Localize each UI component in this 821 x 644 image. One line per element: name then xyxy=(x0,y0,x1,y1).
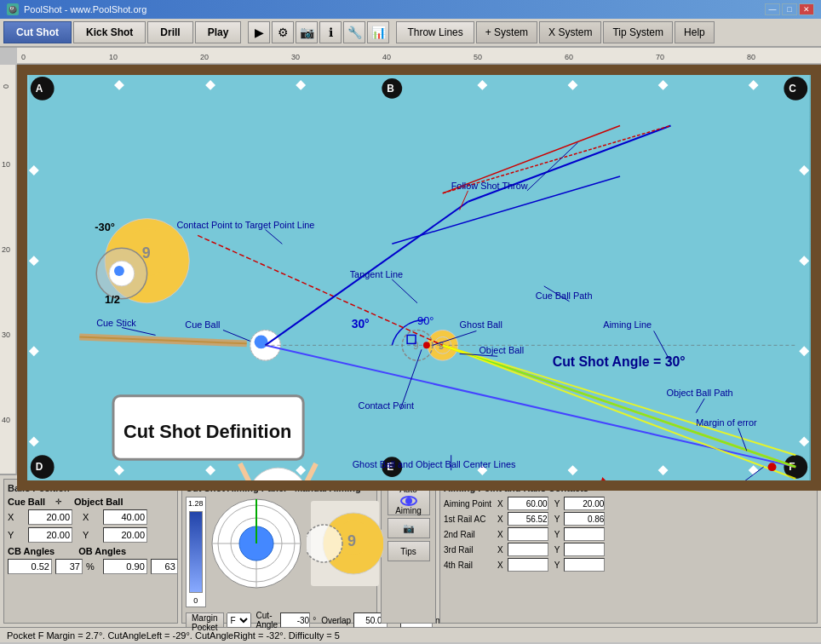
rail2-x-label: X xyxy=(497,530,503,539)
chart-icon-btn[interactable]: 📊 xyxy=(367,21,389,43)
ob-angle1-input[interactable] xyxy=(103,559,147,574)
ap-x-input[interactable] xyxy=(508,497,548,510)
settings-icon-btn[interactable]: ⚙ xyxy=(272,21,294,43)
svg-text:Aiming Line: Aiming Line xyxy=(603,320,652,331)
svg-marker-31 xyxy=(658,465,669,475)
gear-icon-btn[interactable]: 🔧 xyxy=(343,21,365,43)
close-button[interactable]: ✕ xyxy=(799,3,814,15)
svg-point-62 xyxy=(434,336,451,354)
rail4-y-input[interactable] xyxy=(564,558,605,572)
aiming-panel: Cut Shot Aiming Panel - Manual Aiming 1.… xyxy=(181,479,377,624)
svg-marker-33 xyxy=(29,165,39,175)
svg-point-73 xyxy=(114,266,124,276)
svg-text:40: 40 xyxy=(2,416,10,424)
svg-marker-39 xyxy=(799,346,809,356)
cb-angle1-input[interactable] xyxy=(8,559,52,574)
tab-play[interactable]: Play xyxy=(195,21,242,43)
svg-marker-35 xyxy=(29,346,39,356)
tab-x-system[interactable]: X System xyxy=(539,21,601,43)
camera-icon-btn[interactable]: 📷 xyxy=(296,21,318,43)
rail3-x-input[interactable] xyxy=(508,543,548,556)
svg-text:Ghost Ball: Ghost Ball xyxy=(460,320,502,331)
cb-angle2-input[interactable] xyxy=(55,559,83,574)
svg-rect-127 xyxy=(113,396,303,459)
svg-line-86 xyxy=(443,126,671,193)
svg-point-90 xyxy=(768,463,777,471)
svg-line-67 xyxy=(79,336,246,343)
ball-contact-view: 9 xyxy=(307,497,383,590)
minimize-button[interactable]: — xyxy=(765,3,780,15)
svg-line-89 xyxy=(443,345,796,479)
gauge-top-value: 1.28 xyxy=(188,499,204,508)
svg-point-61 xyxy=(434,332,451,349)
svg-point-64 xyxy=(402,330,433,360)
overlap-label: Overlap xyxy=(321,616,351,625)
tab-drill[interactable]: Drill xyxy=(147,21,192,43)
margin-pocket-btn[interactable]: Margin Pocket xyxy=(186,612,224,628)
svg-line-114 xyxy=(696,399,704,413)
svg-point-43 xyxy=(784,77,807,101)
svg-text:-30°: -30° xyxy=(95,221,115,233)
tab-tip-system[interactable]: Tip System xyxy=(603,21,673,43)
tab-throw-lines[interactable]: Throw Lines xyxy=(396,21,474,43)
f-select[interactable]: F xyxy=(227,612,251,628)
cut-angle-input[interactable] xyxy=(280,612,310,628)
svg-line-83 xyxy=(266,202,468,346)
camera-btn[interactable]: 📷 xyxy=(388,518,430,538)
rail4-x-input[interactable] xyxy=(508,558,548,572)
svg-point-44 xyxy=(31,455,55,479)
rail1-x-input[interactable] xyxy=(508,512,548,526)
tab-plus-system[interactable]: + System xyxy=(476,21,537,43)
camera-icon: 📷 xyxy=(403,523,415,534)
svg-text:9: 9 xyxy=(439,340,445,352)
maximize-button[interactable]: □ xyxy=(782,3,797,15)
svg-text:Object Ball Path: Object Ball Path xyxy=(667,388,733,398)
tab-kick-shot[interactable]: Kick Shot xyxy=(73,21,146,43)
ob-y-input[interactable] xyxy=(103,527,147,543)
svg-point-45 xyxy=(382,457,402,477)
rail1-y-label: Y xyxy=(554,515,560,524)
ob-y-label: Y xyxy=(83,530,100,540)
svg-marker-36 xyxy=(29,436,39,446)
svg-text:D: D xyxy=(36,461,43,473)
svg-marker-121 xyxy=(600,477,607,480)
svg-line-84 xyxy=(468,126,671,202)
pool-table[interactable]: A B C D E F 10 20 30 40 xyxy=(17,65,821,491)
rail4-y-label: Y xyxy=(554,561,560,570)
svg-line-134 xyxy=(240,463,253,480)
info-icon-btn[interactable]: ℹ xyxy=(319,21,342,43)
svg-text:20: 20 xyxy=(2,245,10,254)
ob-angle2-input[interactable] xyxy=(151,559,178,574)
cb-y-input[interactable] xyxy=(28,527,72,543)
rail2-y-input[interactable] xyxy=(564,527,605,541)
rail2-x-input[interactable] xyxy=(508,527,548,541)
svg-marker-37 xyxy=(799,165,809,175)
svg-text:Cut Shot Angle = 30°: Cut Shot Angle = 30° xyxy=(553,354,686,369)
aim-gauge: 1.28 0 xyxy=(186,497,206,607)
tab-help[interactable]: Help xyxy=(675,21,715,43)
svg-text:Contact Point: Contact Point xyxy=(359,400,414,411)
cb-angles-title: CB Angles xyxy=(8,546,55,556)
svg-line-81 xyxy=(392,176,620,244)
svg-text:80: 80 xyxy=(747,53,755,61)
tips-btn[interactable]: Tips xyxy=(388,541,430,561)
pool-section: 0 10 20 30 40 50 60 70 80 0 10 20 30 40 xyxy=(0,48,821,474)
main-area: 0 10 20 30 40 50 60 70 80 0 10 20 30 40 xyxy=(0,48,821,627)
ap-y-input[interactable] xyxy=(564,497,605,510)
tab-cut-shot[interactable]: Cut Shot xyxy=(3,21,72,43)
svg-text:Ghost Ball and Object Ball Cen: Ghost Ball and Object Ball Center Lines xyxy=(353,459,516,469)
svg-marker-24 xyxy=(749,80,759,90)
svg-marker-18 xyxy=(205,80,215,90)
svg-marker-27 xyxy=(296,465,306,475)
cb-x-label: X xyxy=(8,512,25,522)
cb-x-input[interactable] xyxy=(28,509,72,525)
rail1-y-input[interactable] xyxy=(564,512,605,526)
svg-text:Cut Shot Definition: Cut Shot Definition xyxy=(123,421,291,442)
rail3-y-input[interactable] xyxy=(564,543,605,556)
svg-point-57 xyxy=(250,330,281,360)
play-icon-btn[interactable]: ▶ xyxy=(248,21,270,43)
ob-x-input[interactable] xyxy=(103,509,147,525)
aiming-label: Aiming xyxy=(395,506,422,515)
auto-aiming-panel: Auto Aiming 📷 Tips xyxy=(381,479,436,624)
svg-marker-26 xyxy=(205,465,215,475)
